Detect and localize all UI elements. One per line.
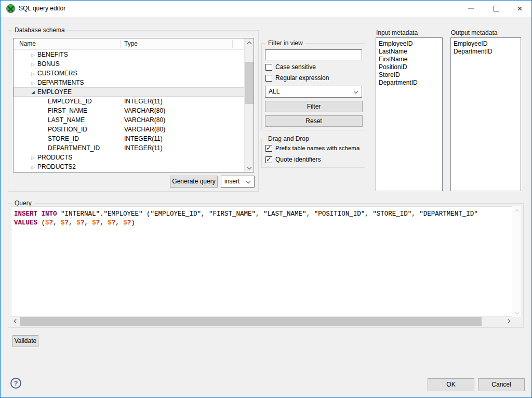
prefix-tables-checkbox[interactable]: ✓: [265, 145, 272, 152]
tree-item-name: CUSTOMERS: [37, 69, 77, 78]
output-metadata-label: Output metadata: [451, 29, 497, 36]
list-item[interactable]: EmployeeID: [451, 40, 521, 48]
tree-item-name: DEPARTMENT_ID: [48, 143, 100, 153]
tree-header[interactable]: Name Type: [14, 38, 254, 50]
tree-vertical-scrollbar[interactable]: [244, 38, 254, 172]
minimize-button[interactable]: [459, 1, 483, 17]
expand-toggle-icon[interactable]: ▷: [29, 163, 37, 172]
drag-and-drop-group: Drag and Drop ✓Prefix table names with s…: [261, 139, 365, 168]
validate-button[interactable]: Validate: [12, 335, 38, 347]
tree-item-type: VARCHAR(80): [124, 125, 165, 134]
column-divider[interactable]: [232, 40, 233, 48]
expand-toggle-icon[interactable]: ▷: [29, 50, 37, 60]
filter-input[interactable]: [265, 49, 362, 60]
scroll-down-icon[interactable]: [245, 163, 254, 172]
expand-toggle-icon[interactable]: ▷: [29, 60, 37, 69]
tree-row[interactable]: EMPLOYEE_IDINTEGER(11): [14, 97, 245, 106]
ok-button[interactable]: OK: [428, 378, 474, 391]
help-icon[interactable]: ?: [10, 378, 21, 389]
input-metadata-list[interactable]: EmployeeIDLastNameFirstNamePositionIDSto…: [376, 37, 443, 191]
close-button[interactable]: ×: [508, 1, 531, 17]
tree-row[interactable]: ▷DEPARTMENTS: [14, 78, 245, 87]
collapse-toggle-icon[interactable]: ◢: [29, 88, 37, 97]
regular-expression-checkbox[interactable]: ✓: [265, 75, 272, 82]
query-text[interactable]: INSERT INTO "INTERNAL"."EMPLOYEE" ("EMPL…: [11, 207, 512, 228]
tree-item-name: FIRST_NAME: [48, 106, 87, 115]
database-schema-group: Database schema Name Type ▷BENEFITS▷BONU…: [8, 30, 259, 192]
list-item[interactable]: DepartmentID: [451, 48, 521, 56]
filter-button[interactable]: Filter: [265, 101, 363, 112]
column-header-name[interactable]: Name: [19, 38, 36, 49]
window-title: SQL query editor: [19, 1, 65, 17]
query-type-dropdown[interactable]: insert: [221, 176, 255, 188]
scrollbar-thumb[interactable]: [20, 317, 482, 326]
tree-item-name: PRODUCTS: [37, 153, 72, 162]
prefix-tables-row[interactable]: ✓Prefix table names with schema: [265, 144, 360, 153]
cancel-button[interactable]: Cancel: [478, 378, 525, 391]
input-metadata-label: Input metadata: [376, 29, 418, 36]
list-item[interactable]: LastName: [376, 48, 442, 56]
maximize-icon: [494, 6, 499, 11]
reset-button[interactable]: Reset: [265, 115, 363, 127]
regular-expression-row[interactable]: ✓Regular expression: [265, 74, 329, 83]
scroll-right-icon[interactable]: [503, 317, 512, 326]
tree-item-name: EMPLOYEE_ID: [48, 97, 92, 106]
query-editor[interactable]: INSERT INTO "INTERNAL"."EMPLOYEE" ("EMPL…: [11, 206, 512, 317]
column-divider[interactable]: [120, 40, 121, 48]
minimize-icon: [468, 8, 474, 9]
expand-toggle-icon[interactable]: ▷: [29, 78, 37, 88]
tree-item-name: BENEFITS: [37, 50, 68, 59]
prefix-tables-label: Prefix table names with schema: [275, 145, 360, 151]
title-bar[interactable]: SQL query editor ×: [1, 1, 531, 17]
scroll-down-icon[interactable]: [512, 308, 522, 317]
list-item[interactable]: EmployeeID: [376, 40, 442, 48]
tree-row[interactable]: ▷CUSTOMERS: [14, 69, 245, 78]
tree-row[interactable]: ▷PRODUCTS: [14, 153, 245, 162]
chevron-down-icon: [354, 89, 358, 94]
filter-scope-dropdown[interactable]: ALL: [265, 86, 362, 98]
tree-row[interactable]: ▷BENEFITS: [14, 50, 245, 59]
scroll-up-icon[interactable]: [512, 206, 522, 215]
tree-item-name: POSITION_ID: [48, 125, 87, 134]
list-item[interactable]: FirstName: [376, 56, 442, 63]
tree-row[interactable]: STORE_IDINTEGER(11): [14, 134, 245, 143]
quote-identifiers-row[interactable]: ✓Quote identifiers: [265, 156, 321, 164]
tree-body: ▷BENEFITS▷BONUS▷CUSTOMERS▷DEPARTMENTS◢EM…: [14, 50, 254, 171]
expand-toggle-icon[interactable]: ▷: [29, 153, 37, 163]
filter-in-view-group: Filter in view ✓Case sensitive ✓Regular …: [261, 43, 365, 130]
query-vertical-scrollbar[interactable]: [512, 206, 521, 317]
maximize-button[interactable]: [485, 1, 508, 17]
schema-tree[interactable]: Name Type ▷BENEFITS▷BONUS▷CUSTOMERS▷DEPA…: [13, 38, 254, 173]
query-type-value: insert: [224, 178, 240, 185]
list-item[interactable]: PositionID: [376, 63, 442, 71]
column-header-type[interactable]: Type: [124, 38, 138, 49]
tree-row[interactable]: ▷PRODUCTS2: [14, 162, 245, 171]
tree-row[interactable]: FIRST_NAMEVARCHAR(80): [14, 106, 245, 115]
tree-row[interactable]: DEPARTMENT_IDINTEGER(11): [14, 143, 245, 153]
database-schema-label: Database schema: [12, 26, 67, 34]
sql-query-editor-dialog: SQL query editor × Database schema Name …: [0, 0, 532, 398]
case-sensitive-label: Case sensitive: [275, 63, 316, 71]
case-sensitive-checkbox[interactable]: ✓: [265, 64, 272, 71]
tree-item-name: BONUS: [37, 59, 60, 69]
scrollbar-thumb[interactable]: [245, 62, 254, 104]
case-sensitive-row[interactable]: ✓Case sensitive: [265, 63, 316, 72]
list-item[interactable]: StoreID: [376, 71, 442, 79]
tree-row[interactable]: ◢EMPLOYEE: [14, 87, 245, 97]
list-item[interactable]: DepartmentID: [376, 79, 442, 87]
output-metadata-list[interactable]: EmployeeIDDepartmentID: [450, 37, 521, 191]
clover-app-icon: [6, 4, 15, 13]
expand-toggle-icon[interactable]: ▷: [29, 69, 37, 78]
regular-expression-label: Regular expression: [275, 74, 329, 82]
scroll-left-icon[interactable]: [11, 317, 20, 326]
query-horizontal-scrollbar[interactable]: [11, 317, 512, 326]
tree-row[interactable]: POSITION_IDVARCHAR(80): [14, 125, 245, 134]
quote-identifiers-checkbox[interactable]: ✓: [265, 156, 272, 163]
tree-item-name: EMPLOYEE: [37, 87, 72, 97]
scroll-up-icon[interactable]: [245, 38, 254, 47]
tree-item-type: INTEGER(11): [124, 134, 163, 143]
tree-row[interactable]: ▷BONUS: [14, 59, 245, 69]
tree-row[interactable]: LAST_NAMEVARCHAR(80): [14, 115, 245, 125]
generate-query-button[interactable]: Generate query: [170, 176, 218, 188]
query-group: Query INSERT INTO "INTERNAL"."EMPLOYEE" …: [8, 203, 524, 328]
